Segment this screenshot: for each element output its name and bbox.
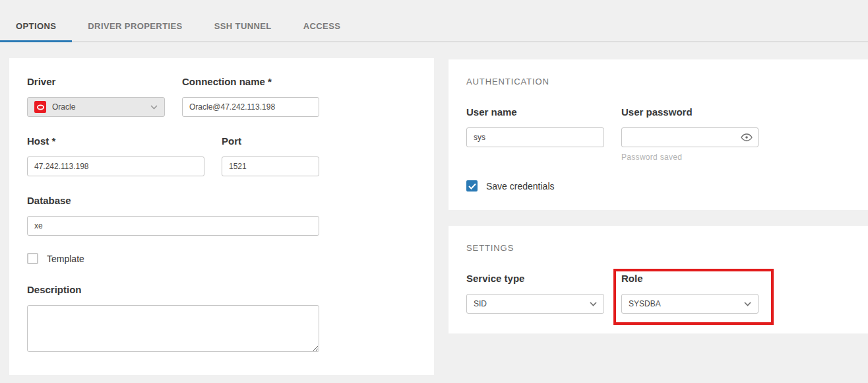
oracle-logo-icon [34,101,46,113]
user-name-label: User name [466,106,604,118]
connection-options-panel: Driver Oracle Connection name * Host * [9,58,434,375]
role-select[interactable]: SYSDBA [621,294,759,314]
tab-driver-properties[interactable]: DRIVER PROPERTIES [72,11,198,41]
service-type-select[interactable]: SID [466,294,604,314]
tab-options[interactable]: OPTIONS [0,11,72,41]
driver-label: Driver [27,76,165,88]
role-label: Role [621,273,759,285]
host-input[interactable] [27,157,204,176]
settings-section-title: SETTINGS [466,243,850,253]
template-checkbox[interactable] [27,253,38,264]
user-name-input[interactable] [466,127,604,147]
host-label: Host * [27,135,204,147]
template-checkbox-row[interactable]: Template [27,253,416,264]
service-type-select-value: SID [474,299,590,308]
chevron-down-icon [150,105,158,110]
settings-panel: SETTINGS Service type SID Role SYSDBA [449,226,868,333]
authentication-panel: AUTHENTICATION User name User password P… [449,59,868,210]
user-password-input[interactable] [621,127,759,147]
eye-icon[interactable] [741,133,753,141]
chevron-down-icon [744,302,751,306]
save-credentials-label: Save credentials [486,181,555,192]
description-textarea[interactable] [27,305,319,352]
driver-select-value: Oracle [52,102,150,112]
save-credentials-checkbox[interactable] [466,180,478,192]
authentication-section-title: AUTHENTICATION [466,77,850,87]
description-label: Description [27,284,319,296]
service-type-label: Service type [466,273,604,285]
user-password-label: User password [621,106,759,118]
port-label: Port [222,135,319,147]
tab-ssh-tunnel[interactable]: SSH TUNNEL [199,11,288,41]
connection-name-input[interactable] [182,97,319,117]
template-checkbox-label: Template [47,254,84,264]
port-input[interactable] [222,157,319,176]
database-label: Database [27,195,319,207]
tab-access[interactable]: ACCESS [288,11,357,41]
database-input[interactable] [27,216,319,236]
save-credentials-row[interactable]: Save credentials [466,180,850,192]
role-select-value: SYSDBA [629,299,744,308]
connection-name-label: Connection name * [182,76,319,88]
driver-select[interactable]: Oracle [27,97,165,117]
tab-bar: OPTIONS DRIVER PROPERTIES SSH TUNNEL ACC… [0,0,868,42]
chevron-down-icon [590,302,597,306]
password-saved-hint: Password saved [621,153,759,162]
